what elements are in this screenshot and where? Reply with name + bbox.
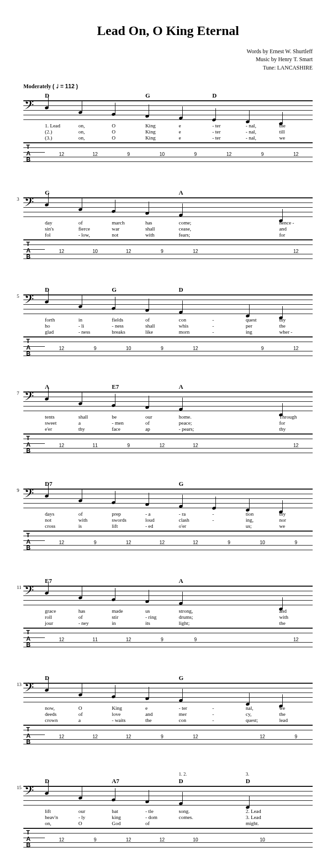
tune-credit: Tune: LANCASHIRE	[23, 64, 313, 72]
chord-symbol	[246, 189, 279, 196]
chord-symbol: D	[179, 777, 213, 785]
fret-number	[246, 637, 279, 642]
chord-symbol: D7	[45, 480, 79, 488]
fret-number: 11	[79, 637, 112, 642]
chord-symbol: D	[45, 777, 79, 785]
lyric-line: sin'sfiercewarshallcease,and	[45, 226, 313, 231]
bass-clef-icon: 𝄢	[24, 784, 34, 799]
fret-number: 12	[179, 443, 213, 448]
fret-number: 9	[279, 734, 313, 739]
fret-number	[279, 837, 313, 842]
lyric-line: heav'n- lyking- domcomes.3. Lead	[45, 814, 313, 820]
staff-system: DGD5𝄢forthinfieldsofcon-questthyho- li- …	[23, 286, 313, 356]
fret-number: 12	[45, 734, 79, 739]
chord-symbol: G	[45, 189, 79, 196]
chord-symbol	[246, 383, 279, 391]
bar-number: 13	[17, 682, 21, 687]
bass-clef-icon: 𝄢	[24, 196, 34, 211]
chord-symbol	[279, 777, 313, 785]
lyric-line: daysofprep- a- ra-tionthy	[45, 511, 313, 517]
fret-number: 12	[45, 540, 79, 545]
lyric-line: liftourbat- tlesong.2. Lead	[45, 808, 313, 814]
tab-label: TAB	[26, 532, 30, 551]
bass-clef-icon: 𝄢	[24, 584, 34, 599]
chord-symbol: A	[179, 383, 213, 391]
chord-symbol	[112, 480, 145, 488]
fret-number: 9	[79, 837, 112, 842]
chord-symbol	[79, 189, 112, 196]
chord-symbol	[279, 674, 313, 682]
lyric-line: gracehasmadeusstrong,and	[45, 608, 313, 614]
fret-number: 12	[45, 249, 79, 253]
lyric-line: dayofmarchhascome;hence -	[45, 220, 313, 225]
fret-number: 12	[45, 152, 79, 156]
fret-number: 12	[45, 637, 79, 642]
tab-label: TAB	[26, 144, 30, 163]
fret-number: 12	[145, 443, 179, 448]
fret-number: 9	[112, 152, 145, 156]
fret-number: 9	[179, 637, 213, 642]
chord-symbol: G	[145, 92, 179, 99]
chord-symbol: G	[179, 480, 213, 488]
tablature-staff: TAB121212912129	[23, 725, 313, 744]
lyrics-block: now,OKinge- ter-nal,wedeedsofloveandmer-…	[23, 705, 313, 723]
chord-symbol	[246, 480, 279, 488]
lyric-line: now,OKinge- ter-nal,we	[45, 705, 313, 711]
fret-number: 10	[79, 249, 112, 253]
credits-block: Words by Ernest W. Shurtleff Music by He…	[23, 48, 313, 72]
fret-number	[246, 443, 279, 448]
song-title: Lead On, O King Eternal	[23, 23, 313, 38]
tab-label: TAB	[26, 338, 30, 357]
music-staff: 𝄢	[23, 197, 313, 217]
sheet-music-page: Lead On, O King Eternal Words by Ernest …	[0, 0, 336, 868]
chord-symbol: D	[179, 286, 213, 294]
chord-symbol: A7	[112, 777, 145, 785]
fret-number: 12	[112, 540, 145, 545]
lyrics-block: forthinfieldsofcon-questthyho- li- nesss…	[23, 317, 313, 335]
bar-number: 11	[17, 585, 21, 590]
music-staff: 𝄢	[23, 586, 313, 605]
lyric-line: 1. Leadon,OKinge- ter- nal,the	[45, 123, 313, 128]
fret-number: 12	[79, 734, 112, 739]
chord-symbol	[145, 777, 179, 785]
lyrics-block: dayofmarchhascome;hence -sin'sfiercewars…	[23, 220, 313, 238]
fret-number: 12	[179, 249, 213, 253]
staff-system: E7A11𝄢gracehasmadeusstrong,androllofstir…	[23, 577, 313, 647]
chord-symbol	[246, 92, 279, 99]
fret-number	[212, 249, 246, 253]
music-credit: Music by Henry T. Smart	[23, 56, 313, 63]
chord-symbol: G	[112, 286, 145, 294]
chord-symbol	[145, 383, 179, 391]
fret-number: 10	[145, 152, 179, 156]
chord-symbol	[246, 674, 279, 682]
lyric-line: e'erthyfaceap- pears;thy	[45, 426, 313, 432]
staff-system: GA3𝄢dayofmarchhascome;hence -sin'sfierce…	[23, 189, 313, 259]
fret-number: 12	[112, 837, 145, 842]
fret-number: 12	[279, 152, 313, 156]
tablature-staff: TAB12101291212	[23, 239, 313, 259]
lyrics-block: 1. Leadon,OKinge- ter- nal,the(2.)on,OKi…	[23, 123, 313, 140]
lyric-line: notwithswordsloudclash-ing,nor	[45, 517, 313, 523]
fret-number: 12	[79, 152, 112, 156]
chord-symbol	[279, 480, 313, 488]
tablature-staff: TAB12119121212	[23, 434, 313, 453]
chord-symbol	[112, 577, 145, 585]
bar-number: 7	[17, 391, 19, 396]
chord-row: GA	[23, 189, 313, 196]
fret-number: 9	[246, 152, 279, 156]
fret-number: 12	[45, 837, 79, 842]
chord-symbol: D	[246, 777, 279, 785]
tab-label: TAB	[26, 629, 30, 648]
lyric-line: tentsshallbeourhome.Through	[45, 414, 313, 420]
chord-row: DGD	[23, 92, 313, 99]
volta-endings: 1. 2.3.	[23, 771, 313, 777]
chord-symbol	[212, 383, 246, 391]
fret-number: 9	[246, 346, 279, 350]
lyric-line: glad- nessbreakslikemorn-ingwher -	[45, 329, 313, 335]
fret-number: 9	[279, 540, 313, 545]
fret-number: 9	[145, 734, 179, 739]
fret-number: 12	[112, 249, 145, 253]
staff-system: AE7A7𝄢tentsshallbeourhome.Throughsweeta-…	[23, 383, 313, 453]
fret-number: 12	[279, 443, 313, 448]
chord-row: DGD	[23, 286, 313, 294]
